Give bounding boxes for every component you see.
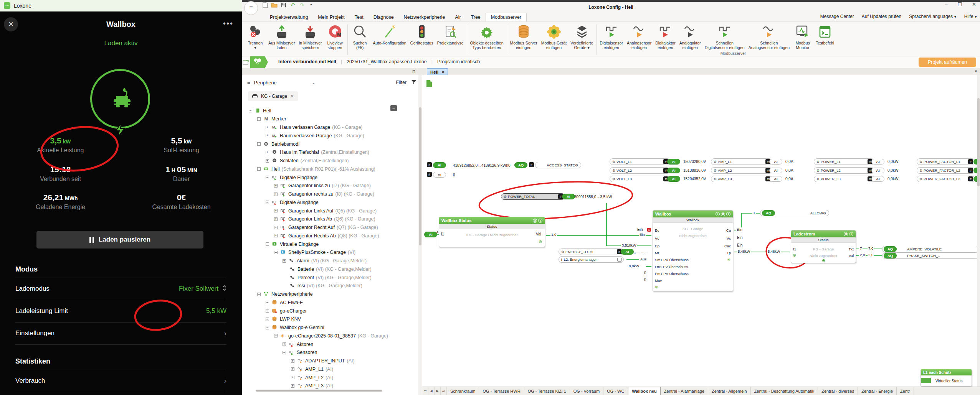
tree-expander[interactable]: – (266, 176, 269, 179)
sensor-pill-POWER_FACTOR_L3[interactable]: ⚙POWER_FACTOR_L3# (917, 176, 975, 182)
tree-expander[interactable]: + (274, 184, 278, 188)
tree-expander[interactable]: – (274, 334, 278, 337)
tree-item-adapter-input[interactable]: +ADAPTER_INPUT(AI) (291, 357, 355, 365)
tree-item-garagentor-recht-auf[interactable]: +Garagentor Recht Auf(Q7) (KG - Garage) (274, 224, 378, 232)
new-file-icon[interactable] (262, 2, 268, 8)
tree-item-alarm[interactable]: +Alarm(VI) (KG - Garage,Melder) (283, 257, 367, 265)
tab-list-dropdown-icon[interactable]: ▼ (974, 69, 978, 73)
block-l1-nach-schuetz[interactable]: L1 nach SchützVirtueller Status (921, 369, 972, 387)
tree-item-hell[interactable]: –Hell(Schaltschrank R02 P01)(~61% Auslas… (257, 165, 375, 173)
db-button[interactable]: Modbus Server einfügen (508, 23, 539, 51)
sine-orange-button[interactable]: Schnellen Analogsensor einfügen (747, 23, 792, 51)
menu-right-hilfe[interactable]: Hilfe ▾ (964, 14, 977, 19)
monitor-button[interactable]: Modbus Monitor (792, 23, 814, 51)
sq-green-button[interactable]: Digitalsensor einfügen (598, 23, 625, 51)
io-capsule-AI[interactable]: AI (433, 162, 446, 168)
tree-item-schlafen[interactable]: +Schlafen(Zentral,Einstellungen) (266, 157, 349, 165)
page-tab-zentral-alarmanlage[interactable]: Zentral - Alarmanlage (661, 387, 708, 395)
menu-right-auf-updates-pr-fen[interactable]: Auf Updates prüfen (862, 14, 901, 19)
tree-dropdown-icon[interactable]: ⌄ (312, 81, 315, 85)
tree-item-amp-l3[interactable]: +AMP_L3(AI) (291, 382, 333, 390)
sensor-pill-AMP_L3[interactable]: ⚙AMP_L3# (711, 176, 772, 182)
sensor-pill-VOLT_L3[interactable]: ⚙VOLT_L3# (610, 176, 670, 182)
tree-item-go-echarger[interactable]: –go-eCharger (266, 307, 307, 315)
program-canvas[interactable]: ⚙VOLT_L1#AI15073280,0V⚙VOLT_L2#AI1513881… (422, 75, 980, 387)
liveview-button[interactable]: MLiveview stoppen (324, 23, 346, 51)
tree-expander[interactable]: – (266, 326, 269, 329)
minimize-button[interactable]: – (945, 2, 947, 7)
tree-expander[interactable]: – (249, 109, 252, 112)
sq-red-button[interactable]: Digitalaktor einfügen (653, 23, 678, 51)
savedown-button[interactable]: In Miniserver speichern (297, 23, 324, 51)
settings-row-einstellungen[interactable]: Einstellungen› (15, 322, 226, 344)
tree-expander[interactable]: + (266, 126, 269, 129)
sensor-pill-POWER_TOTAL[interactable]: ⚙POWER_TOTAL# (501, 193, 565, 200)
wand-button[interactable]: Auto-Konfiguration (371, 23, 408, 46)
canvas-vertical-scrollbar[interactable] (977, 75, 980, 387)
settings-row-lademodus[interactable]: LademodusFixer Sollwert (15, 278, 226, 300)
tree-item-shellyplussmoke-garage[interactable]: –ShellyPlusSmoke - Garage(VI) (274, 249, 355, 257)
tree-item-rssi[interactable]: rssi(VI) (KG - Garage,Melder) (283, 282, 362, 290)
save-icon[interactable] (280, 2, 287, 8)
collapse-all-button[interactable]: – (390, 105, 397, 111)
redo-icon[interactable]: ↷ (299, 2, 305, 8)
sensor-pill-POWER_L3[interactable]: ⚙POWER_L3# (814, 176, 874, 182)
page-tab-schrankraum[interactable]: Schrankraum (447, 387, 479, 395)
menu-modbusserver[interactable]: Modbusserver (486, 13, 527, 21)
tree-expander[interactable]: + (274, 209, 278, 212)
chip-remove-icon[interactable]: ✕ (290, 94, 294, 99)
tree-item-haus-verlassen-garage[interactable]: +MHaus verlassen Garage(KG - Garage) (266, 123, 363, 132)
more-menu-button[interactable]: ••• (223, 19, 233, 28)
tree-item-haus-im-tiefschlaf[interactable]: +Haus im Tiefschlaf(Zentral,Einstellunge… (266, 148, 369, 156)
tree-item-sensoren[interactable]: –Sensoren (283, 349, 317, 357)
menu-netzwerkperipherie[interactable]: Netzwerkperipherie (399, 13, 450, 21)
tree-expander[interactable]: + (291, 376, 294, 379)
sensor-pill-POWER_L1[interactable]: ⚙POWER_L1# (814, 158, 874, 165)
menu-test[interactable]: Test (350, 13, 369, 21)
io-capsule-AQ[interactable]: AQ (884, 253, 897, 258)
block-gear-icon[interactable]: ⚙ (721, 212, 725, 216)
io-capsule-AI[interactable]: AI (667, 159, 680, 165)
page-tab-og-vorraum[interactable]: OG - Vorraum (570, 387, 603, 395)
traffic-button[interactable]: Gerätestatus (408, 23, 435, 46)
tree-expander[interactable]: – (266, 301, 269, 304)
io-capsule-AI[interactable]: AI (621, 249, 634, 255)
tree-item-go-echarger2025-08-01-38537[interactable]: –✳go-eCharger2025-08-01_38537(KG - Garag… (274, 332, 388, 340)
menu-projektverwaltung[interactable]: Projektverwaltung (265, 13, 313, 21)
tree-item-digitale-eing-nge[interactable]: –Digitale Eingänge (266, 173, 317, 181)
tree-item-wallbox-go-e-gemini[interactable]: –Wallbox go-e Gemini (266, 324, 324, 332)
tree-item-batterie[interactable]: Batterie(VI) (KG - Garage,Melder) (283, 265, 372, 273)
io-capsule-AI[interactable]: AI (424, 232, 437, 237)
undo-icon[interactable]: ↶ (289, 2, 296, 8)
minus-icon[interactable]: ⊖ (822, 258, 825, 263)
sine-dark-button[interactable]: Analogaktor einfügen (678, 23, 703, 51)
io-capsule-AI[interactable]: AI (871, 159, 884, 165)
block-ladestrom[interactable]: Ladestrom ⚙i StatusI1KG - GarageNicht zu… (791, 230, 856, 263)
tree-item-ac-elwa-e[interactable]: –AC Elwa-E (266, 298, 303, 306)
sensor-pill-VOLT_L1[interactable]: ⚙VOLT_L1# (610, 158, 670, 165)
flower-button[interactable]: Modbus Gerät einfügen (539, 23, 569, 51)
dock-icon[interactable] (243, 59, 250, 66)
open-file-icon[interactable] (271, 2, 278, 8)
block-info-icon[interactable]: i (849, 232, 853, 236)
tree-expander[interactable]: – (257, 167, 261, 171)
page-nav-button[interactable]: ⏭ (441, 387, 447, 395)
tree-expander[interactable]: + (274, 226, 278, 229)
tree-expander[interactable]: – (283, 351, 286, 354)
tree-item-amp-l2[interactable]: +AMP_L2(AI) (291, 374, 333, 382)
tree-menu-icon[interactable]: ≡ (247, 80, 250, 86)
tree-item-merker[interactable]: –MMerker (257, 115, 286, 123)
page-tab-zentr[interactable]: Zentr (897, 387, 914, 395)
io-capsule-AI[interactable]: AI (769, 176, 782, 182)
menu-diagnose[interactable]: Diagnose (369, 13, 399, 21)
menu-right-sprachen-languages[interactable]: Sprachen/Languages ▾ (909, 14, 956, 19)
tree-item-aktoren[interactable]: +Aktoren (283, 340, 313, 348)
qa-more-icon[interactable]: ▾ (308, 2, 314, 8)
page-tab-og-wc[interactable]: OG - WC (603, 387, 628, 395)
tree-expander[interactable]: + (274, 193, 278, 196)
page-tab-zentral-energie[interactable]: Zentral - Energie (858, 387, 897, 395)
block-plus-icon[interactable]: + (716, 212, 720, 216)
plus-icon[interactable]: ⊕ (539, 239, 542, 244)
io-capsule-AI[interactable]: AI (562, 194, 575, 199)
io-capsule-AQ[interactable]: AQ (884, 246, 897, 252)
